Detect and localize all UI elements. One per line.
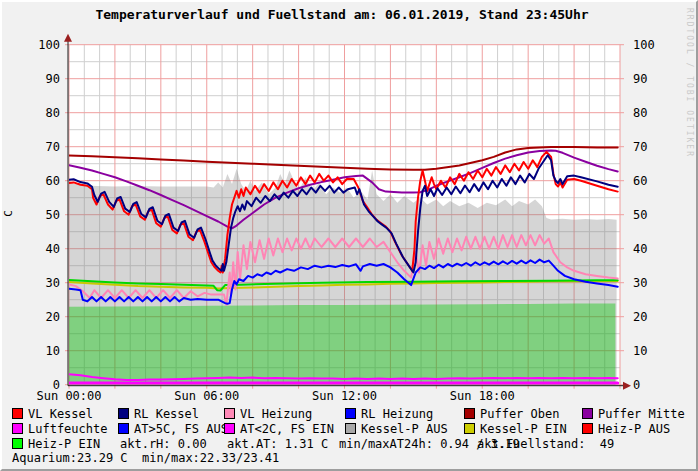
- y-tick-left-90: 90: [46, 72, 60, 86]
- y-tick-right-60: 60: [633, 174, 647, 188]
- legend-item-akt-rh-0-00: akt.rH: 0.00: [120, 436, 227, 451]
- y-tick-right-10: 10: [633, 344, 647, 358]
- legend-swatch: [582, 408, 593, 419]
- legend-item-min-maxat24h-0-94-3-19: min/maxAT24h: 0.94 / 3.19: [339, 436, 477, 451]
- legend-swatch: [224, 423, 235, 434]
- y-tick-left-40: 40: [46, 242, 60, 256]
- legend-label: Kessel-P EIN: [480, 422, 567, 436]
- legend-swatch: [464, 423, 475, 434]
- x-axis-arrow: [623, 382, 631, 390]
- legend-item-vl-heizung: VL Heizung: [224, 406, 345, 421]
- legend-item-luftfeuchte: Luftfeuchte: [12, 421, 118, 436]
- y-tick-left-20: 20: [46, 310, 60, 324]
- legend-label: Kessel-P AUS: [361, 422, 448, 436]
- legend-label: VL Heizung: [240, 407, 312, 421]
- legend-swatch: [12, 423, 23, 434]
- legend-item-heiz-p-aus: Heiz-P AUS: [582, 421, 694, 436]
- legend-item-at-2c-fs-ein: AT<2C, FS EIN: [224, 421, 345, 436]
- legend-item-kessel-p-aus: Kessel-P AUS: [345, 421, 464, 436]
- series-heiz-p-ein-area: [69, 303, 615, 384]
- y-tick-right-70: 70: [633, 140, 647, 154]
- y-tick-left-70: 70: [46, 140, 60, 154]
- legend-swatch: [12, 408, 23, 419]
- x-tick-6: Sun 06:00: [174, 389, 239, 403]
- y-tick-left-10: 10: [46, 344, 60, 358]
- legend-swatch: [12, 438, 23, 449]
- legend-item-rl-kessel: RL Kessel: [118, 406, 224, 421]
- legend-label: Luftfeuchte: [28, 422, 107, 436]
- legend-swatch: [224, 408, 235, 419]
- y-tick-left-80: 80: [46, 106, 60, 120]
- x-tick-0: Sun 00:00: [36, 389, 101, 403]
- legend-swatch: [582, 423, 593, 434]
- legend-item-puffer-oben: Puffer Oben: [464, 406, 582, 421]
- y-tick-right-50: 50: [633, 208, 647, 222]
- legend-item-akt-at-1-31-c: akt.AT: 1.31 C: [227, 436, 339, 451]
- y-tick-right-90: 90: [633, 72, 647, 86]
- legend-label: VL Kessel: [28, 407, 93, 421]
- legend-swatch: [118, 408, 129, 419]
- legend-item-heiz-p-ein: Heiz-P EIN: [12, 436, 120, 451]
- y-tick-left-60: 60: [46, 174, 60, 188]
- y-tick-right-100: 100: [633, 38, 655, 52]
- legend-label: Puffer Oben: [480, 407, 559, 421]
- legend-label: Aquarium:23.29 C min/max:22.33/23.41: [12, 451, 279, 465]
- y-tick-left-100: 100: [38, 38, 60, 52]
- y-axis-arrow: [64, 34, 72, 42]
- legend-item-at-5c-fs-aus: AT>5C, FS AUS: [118, 421, 224, 436]
- legend-label: akt.AT: 1.31 C: [227, 437, 328, 451]
- x-tick-12: Sun 12:00: [312, 389, 377, 403]
- legend-swatch: [464, 408, 475, 419]
- legend-label: Puffer Mitte: [598, 407, 685, 421]
- legend-row-3: Heiz-P EINakt.rH: 0.00akt.AT: 1.31 Cmin/…: [12, 436, 694, 451]
- legend-item-akt-fuellstand-49: akt.Fuellstand: 49: [477, 436, 694, 451]
- y-tick-right-20: 20: [633, 310, 647, 324]
- chart-plot-area: 0010102020303040405050606070708080909010…: [2, 2, 698, 404]
- legend-row-4: Aquarium:23.29 C min/max:22.33/23.41: [12, 451, 694, 466]
- legend-label: RL Kessel: [134, 407, 199, 421]
- legend-item-rl-heizung: RL Heizung: [345, 406, 464, 421]
- y-tick-right-0: 0: [633, 378, 640, 392]
- legend-row-1: VL KesselRL KesselVL HeizungRL HeizungPu…: [12, 406, 694, 421]
- legend-label: akt.rH: 0.00: [120, 437, 207, 451]
- y-tick-right-40: 40: [633, 242, 647, 256]
- legend-swatch: [345, 423, 356, 434]
- legend-item-aquarium-23-29-c-min-max-22-33-23-41: Aquarium:23.29 C min/max:22.33/23.41: [12, 451, 694, 465]
- legend-item-kessel-p-ein: Kessel-P EIN: [464, 421, 582, 436]
- y-tick-right-80: 80: [633, 106, 647, 120]
- legend-item-puffer-mitte: Puffer Mitte: [582, 406, 694, 421]
- legend-label: AT>5C, FS AUS: [134, 422, 228, 436]
- legend-label: Heiz-P AUS: [598, 422, 670, 436]
- legend: VL KesselRL KesselVL HeizungRL HeizungPu…: [12, 406, 694, 466]
- legend-label: akt.Fuellstand: 49: [477, 437, 614, 451]
- legend-item-vl-kessel: VL Kessel: [12, 406, 118, 421]
- rrdtool-graph-panel: Temperaturverlauf und Fuellstand am: 06.…: [0, 0, 698, 471]
- legend-label: AT<2C, FS EIN: [240, 422, 334, 436]
- legend-swatch: [345, 408, 356, 419]
- legend-swatch: [118, 423, 129, 434]
- y-tick-right-30: 30: [633, 276, 647, 290]
- y-tick-left-50: 50: [46, 208, 60, 222]
- x-tick-18: Sun 18:00: [450, 389, 515, 403]
- legend-label: RL Heizung: [361, 407, 433, 421]
- legend-label: Heiz-P EIN: [28, 437, 100, 451]
- y-tick-left-30: 30: [46, 276, 60, 290]
- legend-row-2: LuftfeuchteAT>5C, FS AUSAT<2C, FS EINKes…: [12, 421, 694, 436]
